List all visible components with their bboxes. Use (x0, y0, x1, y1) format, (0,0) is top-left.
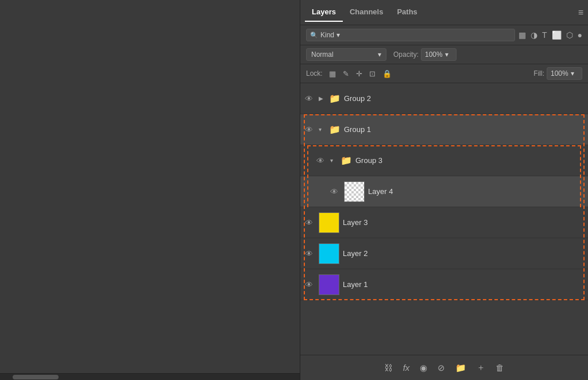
expand-arrow[interactable]: ▾ (330, 157, 337, 164)
lock-image-icon[interactable]: ✎ (341, 69, 351, 79)
canvas-main (0, 0, 300, 373)
panel-tabs: Layers Channels Paths ≡ (300, 0, 588, 25)
blend-row: Normal ▾ Opacity: 100% ▾ (300, 45, 588, 64)
layer-thumbnail (319, 243, 339, 264)
filter-kind-label: Kind (320, 31, 334, 39)
layer-item[interactable]: 👁 Layer 3 (300, 207, 588, 238)
layers-wrapper: 👁 ▶ 📁 Group 2 👁 ▾ 📁 Group 1 👁 ▾ 📁 Group … (300, 83, 588, 355)
visibility-eye[interactable]: 👁 (305, 218, 315, 227)
fill-label: Fill: (533, 69, 544, 77)
layer-effects-icon[interactable]: fx (403, 363, 410, 373)
fill-section: Fill: 100% ▾ (533, 67, 582, 80)
lock-label: Lock: (306, 69, 323, 77)
layers-panel: Layers Channels Paths ≡ 🔍 Kind ▾ ▦ ◑ T ⬜… (300, 0, 588, 380)
layer-thumbnail (319, 274, 339, 295)
layer-item[interactable]: 👁 Layer 1 (300, 269, 588, 300)
layer-item[interactable]: 👁 Layer 2 (300, 238, 588, 269)
layer-name: Layer 4 (368, 187, 583, 196)
layer-name: Group 1 (344, 125, 583, 134)
scrollbar-thumb[interactable] (13, 375, 59, 379)
panel-menu-icon[interactable]: ≡ (578, 7, 583, 18)
fill-value[interactable]: 100% ▾ (547, 67, 582, 80)
delete-layer-icon[interactable]: 🗑 (496, 363, 504, 373)
folder-icon: 📁 (341, 155, 352, 166)
filter-toggle-icon[interactable]: ● (578, 30, 582, 40)
canvas-area (0, 0, 300, 380)
add-mask-icon[interactable]: ◉ (420, 363, 427, 373)
opacity-arrow: ▾ (445, 51, 448, 59)
blend-mode-label: Normal (311, 51, 334, 59)
lock-transparent-icon[interactable]: ▦ (327, 69, 338, 79)
filter-pixel-icon[interactable]: ▦ (519, 30, 526, 40)
new-group-icon[interactable]: 📁 (455, 363, 466, 373)
opacity-value[interactable]: 100% ▾ (421, 48, 457, 61)
opacity-label: Opacity: (393, 51, 419, 59)
expand-arrow[interactable]: ▶ (319, 95, 326, 102)
layer-thumbnail (344, 181, 365, 202)
visibility-eye[interactable]: 👁 (316, 156, 327, 165)
tab-layers[interactable]: Layers (305, 3, 343, 22)
filter-kind-arrow: ▾ (336, 31, 340, 39)
search-icon: 🔍 (310, 32, 318, 39)
layer-name: Layer 2 (343, 249, 583, 258)
layer-item[interactable]: 👁 ▾ 📁 Group 3 (300, 145, 588, 176)
lock-row: Lock: ▦ ✎ ✛ ⊡ 🔒 Fill: 100% ▾ (300, 64, 588, 83)
layer-item[interactable]: 👁 Layer 4 (300, 176, 588, 207)
blend-mode-arrow: ▾ (378, 51, 381, 59)
fill-arrow: ▾ (571, 69, 574, 77)
visibility-eye[interactable]: 👁 (305, 280, 315, 289)
layer-item[interactable]: 👁 ▾ 📁 Group 1 (300, 114, 588, 145)
filter-icons: ▦ ◑ T ⬜ ⬡ ● (519, 30, 582, 40)
folder-icon: 📁 (329, 124, 341, 135)
blend-mode-select[interactable]: Normal ▾ (306, 48, 386, 61)
lock-artboard-icon[interactable]: ⊡ (368, 69, 377, 79)
layer-name: Group 2 (344, 94, 583, 103)
layer-item[interactable]: 👁 ▶ 📁 Group 2 (300, 83, 588, 114)
layers-list[interactable]: 👁 ▶ 📁 Group 2 👁 ▾ 📁 Group 1 👁 ▾ 📁 Group … (300, 83, 588, 300)
filter-smart-icon[interactable]: ⬡ (566, 30, 573, 40)
layer-name: Layer 1 (343, 280, 583, 289)
new-adjustment-icon[interactable]: ⊘ (438, 363, 445, 373)
new-layer-icon[interactable]: ＋ (477, 362, 485, 373)
tab-channels[interactable]: Channels (343, 3, 390, 22)
canvas-scrollbar[interactable] (0, 373, 300, 380)
panel-toolbar: ⛓ fx ◉ ⊘ 📁 ＋ 🗑 (300, 355, 588, 380)
visibility-eye[interactable]: 👁 (305, 94, 315, 103)
filter-kind-select[interactable]: 🔍 Kind ▾ (306, 29, 515, 41)
expand-arrow[interactable]: ▾ (319, 126, 326, 133)
tab-paths[interactable]: Paths (390, 3, 424, 22)
folder-icon: 📁 (329, 93, 341, 104)
filter-adjustment-icon[interactable]: ◑ (531, 30, 537, 40)
visibility-eye[interactable]: 👁 (305, 125, 315, 134)
lock-all-icon[interactable]: 🔒 (381, 69, 393, 79)
filter-shape-icon[interactable]: ⬜ (552, 30, 562, 40)
filter-type-icon[interactable]: T (542, 30, 547, 40)
visibility-eye[interactable]: 👁 (305, 249, 315, 258)
lock-position-icon[interactable]: ✛ (354, 69, 364, 79)
filter-row: 🔍 Kind ▾ ▦ ◑ T ⬜ ⬡ ● (300, 25, 588, 45)
link-layers-icon[interactable]: ⛓ (384, 363, 393, 373)
layer-name: Group 3 (355, 156, 583, 165)
layer-name: Layer 3 (343, 218, 583, 227)
layer-thumbnail (319, 212, 339, 233)
visibility-eye[interactable]: 👁 (330, 187, 341, 196)
opacity-section: Opacity: 100% ▾ (393, 48, 457, 61)
